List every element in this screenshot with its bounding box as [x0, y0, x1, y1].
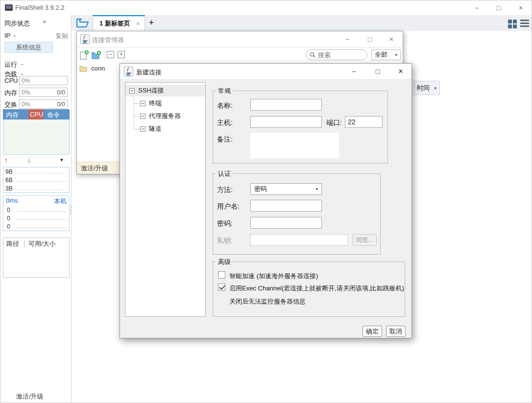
menu-icon[interactable] — [520, 20, 529, 28]
sync-status-dot-icon: ● — [43, 18, 46, 25]
upload-arrow-icon: ↑ — [4, 156, 8, 164]
tab-command[interactable]: 命令 — [43, 109, 70, 119]
close-button[interactable]: × — [512, 2, 529, 13]
java-app-icon — [124, 67, 133, 76]
tree-collapse-icon[interactable] — [129, 88, 135, 94]
tree-collapse-icon[interactable] — [140, 114, 145, 119]
ping-row-value: 0 — [3, 223, 16, 230]
tree-item-ssh[interactable]: SSH连接 — [125, 85, 205, 96]
general-legend: 常规 — [216, 87, 233, 95]
browse-button[interactable]: 浏览... — [352, 234, 377, 246]
ok-button[interactable]: 确定 — [363, 326, 382, 337]
auth-legend: 认证 — [216, 169, 233, 178]
tree-item-terminal[interactable]: 终端 — [140, 98, 162, 108]
tree-collapse-icon[interactable] — [140, 126, 145, 132]
net-tick: 9B — [3, 168, 16, 175]
net-tick: 6B — [3, 177, 16, 184]
tree-item-label: 代理服务器 — [149, 112, 181, 120]
cm-minimize-button[interactable]: − — [342, 34, 353, 45]
remark-textarea[interactable] — [250, 133, 339, 158]
toolbar-divider — [104, 50, 104, 59]
exec-channel-checkbox[interactable] — [218, 284, 225, 291]
search-box — [306, 49, 367, 60]
minimize-button[interactable]: − — [468, 2, 485, 13]
ping-panel: 0ms 本机 0 0 0 — [3, 195, 70, 231]
memory-gauge: 0% 0/0 — [19, 88, 68, 97]
folder-item-label: conn — [91, 65, 105, 72]
nc-minimize-button[interactable]: − — [348, 66, 360, 77]
private-key-input[interactable] — [250, 234, 348, 246]
activate-upgrade-link[interactable]: 激活/升级 — [16, 392, 44, 401]
tab-close-icon[interactable]: × — [136, 20, 140, 27]
tree-collapse-icon[interactable] — [140, 101, 145, 106]
new-connection-icon[interactable] — [79, 50, 90, 60]
name-label: 名称: — [217, 101, 233, 110]
uptime-value: - — [21, 60, 23, 68]
search-input[interactable] — [318, 51, 361, 59]
nc-close-button[interactable]: × — [395, 66, 407, 77]
tree-item-label: 终端 — [149, 99, 162, 108]
cm-activate-upgrade-link[interactable]: 激活/升级 — [81, 164, 108, 173]
password-input[interactable] — [250, 217, 322, 229]
maximize-button[interactable]: □ — [490, 2, 507, 13]
memory-gauge-label: 内存 — [4, 89, 17, 97]
cm-close-button[interactable]: × — [386, 34, 397, 45]
tab-new-session[interactable]: 1 新标签页 × — [93, 15, 145, 31]
cancel-button[interactable]: 取消 — [386, 326, 406, 337]
ping-row-value: 0 — [3, 207, 16, 213]
sort-by-value: 时间 — [417, 84, 430, 93]
new-connection-title: 新建连接 — [136, 68, 162, 77]
tab-memory[interactable]: 内存 — [3, 109, 28, 119]
system-info-button[interactable]: 系统信息 — [4, 42, 53, 53]
cm-maximize-button[interactable]: □ — [364, 34, 375, 45]
expand-all-icon[interactable]: + — [118, 51, 125, 58]
new-folder-icon[interactable] — [91, 50, 102, 60]
connection-manager-toolbar: − + 全部 ▾ — [77, 47, 403, 62]
connection-manager-title: 连接管理器 — [92, 36, 124, 45]
layout-grid-icon[interactable] — [508, 20, 517, 28]
nc-maximize-button[interactable]: □ — [372, 66, 384, 77]
filter-value: 全部 — [375, 50, 387, 59]
collapse-all-icon[interactable]: − — [107, 51, 114, 58]
sort-by-dropdown[interactable]: 时间 ▾ — [413, 81, 440, 95]
method-value: 密码 — [254, 185, 267, 193]
chevron-down-icon: ▾ — [434, 86, 436, 91]
tree-item-label: SSH连接 — [138, 86, 164, 95]
folder-item-conn[interactable]: conn — [79, 65, 105, 72]
memory-gauge-ratio: 0/0 — [57, 89, 65, 96]
cpu-gauge-label: CPU — [4, 77, 18, 84]
net-tick: 3B — [3, 185, 16, 192]
host-input[interactable] — [250, 116, 322, 128]
username-input[interactable] — [250, 200, 322, 212]
disk-path-header: 路径 — [6, 239, 19, 248]
username-label: 用户名: — [217, 202, 240, 211]
new-tab-button[interactable]: + — [149, 18, 154, 27]
exec-channel-label: 启用Exec Channel(若连接上就被断开,请关闭该项,比如跳板机) — [229, 284, 404, 293]
cpu-gauge: 0% — [19, 76, 68, 85]
copy-ip-link[interactable]: 复制 — [55, 32, 68, 41]
ping-host[interactable]: 本机 — [54, 197, 67, 206]
net-options-caret-icon[interactable]: ▾ — [60, 157, 63, 163]
swap-gauge-ratio: 0/0 — [57, 101, 65, 108]
swap-gauge-label: 交换 — [4, 100, 17, 109]
chevron-down-icon: ▾ — [395, 52, 397, 57]
tree-item-tunnel[interactable]: 隧道 — [140, 124, 162, 134]
open-folder-icon[interactable] — [76, 18, 89, 30]
tree-item-proxy[interactable]: 代理服务器 — [140, 111, 181, 121]
smart-accel-checkbox[interactable] — [218, 271, 225, 279]
column-divider — [24, 240, 24, 247]
cpu-gauge-percent: 0% — [22, 77, 30, 84]
ping-row-value: 0 — [3, 215, 16, 222]
port-input[interactable] — [345, 116, 383, 128]
name-input[interactable] — [250, 99, 322, 111]
general-group: 常规 名称: 主机: 端口: 备注: — [213, 91, 388, 164]
download-arrow-icon: ↓ — [27, 156, 31, 164]
method-select[interactable]: 密码 ▾ — [250, 183, 322, 195]
status-sidebar: 同步状态 ● IP - 复制 系统信息 运行 - 负载 - CPU 0% 内存 … — [0, 15, 72, 403]
tab-cpu[interactable]: CPU — [28, 109, 43, 119]
smart-accel-label: 智能加速 (加速海外服务器连接) — [229, 272, 318, 281]
filter-dropdown[interactable]: 全部 ▾ — [371, 49, 401, 60]
auth-group: 认证 方法: 密码 ▾ 用户名: 密码: 私钥: 浏览... — [213, 173, 381, 255]
disk-size-header: 可用/大小 — [28, 239, 56, 248]
tree-connector-line — [134, 116, 140, 117]
